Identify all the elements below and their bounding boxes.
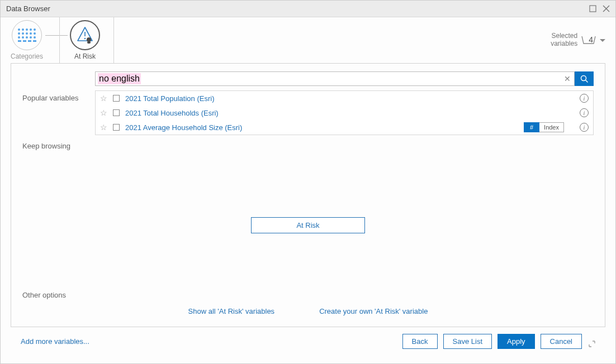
index-badge[interactable]: Index — [539, 122, 564, 132]
cancel-button[interactable]: Cancel — [541, 334, 582, 349]
search-icon — [580, 75, 589, 83]
selected-label-2: variables — [551, 40, 577, 47]
back-button[interactable]: Back — [402, 334, 438, 349]
resize-grip-icon[interactable] — [589, 341, 595, 349]
titlebar: Data Browser — [1, 1, 615, 17]
search-input-wrap[interactable]: no english ✕ — [95, 71, 575, 86]
variable-checkbox[interactable] — [113, 124, 120, 131]
svg-point-7 — [581, 75, 586, 80]
window-title: Data Browser — [6, 4, 589, 13]
variable-row: ☆ 2021 Average Household Size (Esri) # I… — [96, 120, 593, 135]
other-options-label: Other options — [22, 291, 594, 299]
create-own-variable-link[interactable]: Create your own 'At Risk' variable — [319, 307, 428, 315]
favorite-star-icon[interactable]: ☆ — [100, 94, 107, 103]
clear-search-icon[interactable]: ✕ — [561, 74, 574, 83]
info-icon[interactable]: i — [580, 94, 589, 103]
selected-variables-widget[interactable]: Selected variables 4 — [551, 32, 605, 47]
variable-link[interactable]: 2021 Total Population (Esri) — [125, 94, 214, 103]
keep-browsing-label: Keep browsing — [22, 142, 594, 150]
svg-line-8 — [585, 80, 587, 82]
selected-label-1: Selected — [552, 32, 578, 40]
search-button[interactable] — [575, 71, 594, 86]
popular-variables-label: Popular variables — [22, 94, 95, 102]
categories-icon — [12, 20, 42, 50]
data-browser-window: Data Browser Categories — [0, 0, 616, 364]
variable-row: ☆ 2021 Total Population (Esri) i — [96, 91, 593, 106]
save-list-button[interactable]: Save List — [443, 334, 492, 349]
variable-link[interactable]: 2021 Average Household Size (Esri) — [125, 123, 242, 132]
browse-panel: no english ✕ Popular variables ☆ 2021 To… — [11, 63, 605, 327]
variable-row: ☆ 2021 Total Households (Esri) i — [96, 106, 593, 120]
nav-step-categories[interactable]: Categories — [11, 20, 43, 60]
variable-checkbox[interactable] — [113, 109, 120, 116]
close-icon[interactable] — [602, 5, 610, 13]
nav-step-label: Categories — [11, 52, 43, 60]
footer: Add more variables... Back Save List App… — [11, 327, 605, 353]
apply-button[interactable]: Apply — [497, 334, 535, 349]
favorite-star-icon[interactable]: ☆ — [100, 123, 107, 132]
show-all-variables-link[interactable]: Show all 'At Risk' variables — [188, 307, 275, 315]
add-more-variables-link[interactable]: Add more variables... — [21, 337, 89, 346]
search-input[interactable] — [141, 75, 561, 83]
svg-rect-0 — [590, 6, 596, 12]
chevron-down-icon — [600, 36, 605, 44]
maximize-icon[interactable] — [589, 5, 596, 13]
numeric-badge[interactable]: # — [524, 122, 539, 132]
variable-checkbox[interactable] — [113, 95, 120, 102]
type-toggle[interactable]: # Index — [524, 122, 564, 132]
favorite-star-icon[interactable]: ☆ — [100, 108, 107, 117]
info-icon[interactable]: i — [580, 123, 589, 132]
info-icon[interactable]: i — [580, 108, 589, 117]
popular-variables-list: ☆ 2021 Total Population (Esri) i ☆ 2021 … — [95, 90, 594, 135]
search-value-highlight: no english — [98, 73, 141, 84]
selected-count: 4 — [589, 35, 593, 44]
at-risk-category-button[interactable]: At Risk — [251, 217, 364, 233]
variable-link[interactable]: 2021 Total Households (Esri) — [125, 109, 219, 117]
